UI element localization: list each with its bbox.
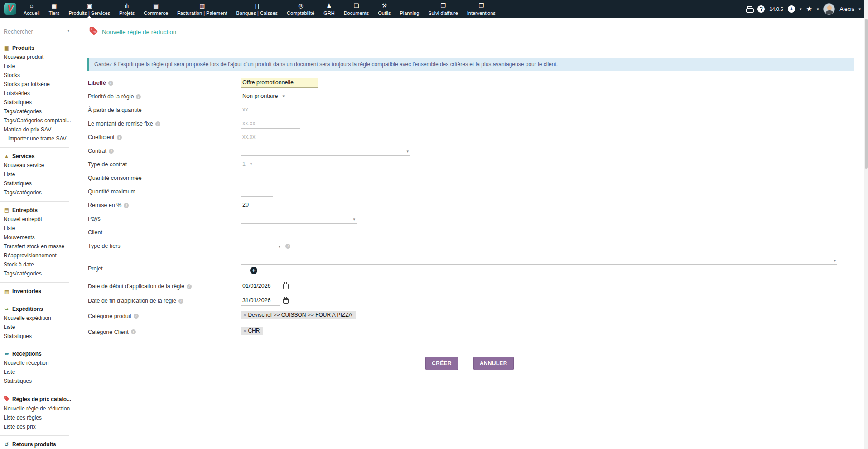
nav-banques-caisses[interactable]: Banques | Caisses: [232, 0, 283, 18]
sidebar-item-stocks[interactable]: Stocks: [0, 71, 74, 80]
quick-add-icon[interactable]: +: [788, 5, 795, 13]
chip-input-stub[interactable]: [359, 313, 379, 319]
sidebar-item-liste-produits[interactable]: Liste: [0, 62, 74, 71]
sidebar-section-inventories[interactable]: Inventories: [0, 287, 74, 296]
sidebar-item-statistiques-receptions[interactable]: Statistiques: [0, 377, 74, 386]
coefficient-input[interactable]: [241, 133, 300, 142]
cancel-button[interactable]: ANNULER: [473, 357, 514, 370]
create-button[interactable]: CRÉER: [425, 357, 458, 370]
info-icon[interactable]: [124, 203, 129, 208]
sidebar-item-reapprovisionnement[interactable]: Réapprovisionnement: [0, 251, 74, 260]
date-debut-input[interactable]: [241, 282, 280, 291]
sidebar-section-produits[interactable]: Produits: [0, 43, 74, 53]
remove-chip-icon[interactable]: ×: [243, 312, 246, 318]
categorie-produit-field[interactable]: × Devischef >> CUISSON >> FOUR A PIZZA: [241, 311, 653, 321]
sidebar-item-nouvelle-reception[interactable]: Nouvelle réception: [0, 358, 74, 367]
pays-select[interactable]: ▾: [241, 214, 357, 224]
chevron-down-icon[interactable]: ▾: [817, 7, 819, 11]
user-name[interactable]: Alexis: [839, 6, 854, 12]
sidebar-item-statistiques-expeditions[interactable]: Statistiques: [0, 332, 74, 341]
categorie-client-field[interactable]: × CHR: [241, 327, 309, 337]
nav-produits-services[interactable]: Produits | Services: [64, 0, 115, 18]
qte-consommee-input[interactable]: [241, 174, 273, 183]
sidebar-section-entrepots[interactable]: Entrepôts: [0, 206, 74, 215]
calendar-icon[interactable]: [283, 284, 289, 289]
sidebar-item-statistiques-services[interactable]: Statistiques: [0, 179, 74, 188]
sidebar-section-expeditions[interactable]: Expéditions: [0, 304, 74, 314]
search-input[interactable]: [4, 28, 69, 37]
sidebar-item-lots-series[interactable]: Lots/séries: [0, 89, 74, 98]
projet-select[interactable]: ▾: [241, 257, 837, 265]
quantite-input[interactable]: [241, 106, 300, 115]
sidebar-item-importer-trame-sav[interactable]: Importer une trame SAV: [0, 134, 74, 143]
sidebar-item-stocks-lot-serie[interactable]: Stocks par lot/série: [0, 80, 74, 89]
sidebar-item-nouvelle-regle-reduction[interactable]: Nouvelle règle de réduction: [0, 404, 74, 413]
qte-maximum-input[interactable]: [241, 187, 273, 197]
bookmark-star-icon[interactable]: ★: [806, 5, 812, 13]
scrollbar-thumb[interactable]: [865, 19, 868, 169]
nav-comptabilite[interactable]: Comptabilité: [282, 0, 319, 18]
info-icon[interactable]: [134, 314, 139, 319]
date-fin-input[interactable]: [241, 296, 280, 306]
info-icon[interactable]: [117, 135, 122, 140]
sidebar-item-transfert-stock-masse[interactable]: Transfert stock en masse: [0, 242, 74, 251]
app-logo[interactable]: V: [4, 3, 16, 15]
sidebar-section-services[interactable]: Services: [0, 152, 74, 161]
sidebar-item-tags-categories-produits[interactable]: Tags/catégories: [0, 107, 74, 116]
add-projet-button[interactable]: +: [250, 267, 257, 274]
client-input[interactable]: [241, 228, 318, 237]
info-icon[interactable]: [178, 299, 183, 304]
calendar-icon[interactable]: [283, 298, 289, 304]
sidebar-item-liste-des-regles[interactable]: Liste des règles: [0, 413, 74, 422]
nav-interventions[interactable]: Interventions: [463, 0, 500, 18]
sidebar-item-liste-services[interactable]: Liste: [0, 170, 74, 179]
nav-grh[interactable]: GRH: [319, 0, 339, 18]
info-icon[interactable]: [187, 284, 192, 289]
nav-tiers[interactable]: Tiers: [44, 0, 64, 18]
nav-facturation-paiement[interactable]: Facturation | Paiement: [173, 0, 231, 18]
sidebar-item-matrice-prix-sav[interactable]: Matrice de prix SAV: [0, 125, 74, 134]
sidebar-item-nouveau-produit[interactable]: Nouveau produit: [0, 53, 74, 62]
priorite-select[interactable]: Non prioritaire ▾: [241, 92, 286, 101]
sidebar-item-nouvelle-expedition[interactable]: Nouvelle expédition: [0, 314, 74, 323]
info-icon[interactable]: [108, 81, 113, 86]
nav-planning[interactable]: Planning: [395, 0, 424, 18]
remise-pct-input[interactable]: [241, 201, 300, 210]
nav-projets[interactable]: Projets: [115, 0, 139, 18]
nav-suivi-affaire[interactable]: Suivi d'affaire: [424, 0, 463, 18]
sidebar-item-nouveau-service[interactable]: Nouveau service: [0, 161, 74, 170]
chevron-down-icon[interactable]: ▾: [858, 7, 861, 11]
chevron-down-icon[interactable]: ▾: [800, 7, 802, 11]
sidebar-section-regles-prix-catalogue[interactable]: Règles de prix catalo...: [0, 394, 74, 404]
chip-input-stub[interactable]: [266, 329, 286, 335]
vertical-scrollbar[interactable]: [864, 0, 868, 449]
remise-fixe-input[interactable]: [241, 119, 300, 129]
info-icon[interactable]: [136, 94, 141, 99]
sidebar-item-mouvements[interactable]: Mouvements: [0, 233, 74, 242]
sidebar-item-stock-a-date[interactable]: Stock à date: [0, 260, 74, 269]
sidebar-item-tags-categories-entrepots[interactable]: Tags/catégories: [0, 269, 74, 278]
sidebar-item-nouvel-entrepot[interactable]: Nouvel entrepôt: [0, 215, 74, 224]
sidebar-item-tags-categories-services[interactable]: Tags/catégories: [0, 188, 74, 197]
nav-commerce[interactable]: Commerce: [139, 0, 173, 18]
nav-accueil[interactable]: Accueil: [19, 0, 44, 18]
print-icon[interactable]: [746, 6, 753, 12]
help-icon[interactable]: ?: [757, 5, 765, 13]
remove-chip-icon[interactable]: ×: [243, 328, 246, 333]
sidebar-item-liste-expeditions[interactable]: Liste: [0, 323, 74, 332]
sidebar-item-statistiques-produits[interactable]: Statistiques: [0, 98, 74, 107]
contrat-select[interactable]: ▾: [241, 146, 410, 156]
info-icon[interactable]: [131, 329, 136, 334]
info-icon[interactable]: [155, 121, 160, 126]
user-avatar[interactable]: [823, 3, 835, 15]
chevron-down-icon[interactable]: ▾: [67, 29, 69, 33]
sidebar-item-liste-des-prix[interactable]: Liste des prix: [0, 422, 74, 431]
sidebar-item-liste-entrepots[interactable]: Liste: [0, 224, 74, 233]
sidebar-item-tags-categories-comptables[interactable]: Tags/Catégories comptabi...: [0, 116, 74, 125]
sidebar-section-receptions[interactable]: Réceptions: [0, 349, 74, 358]
nav-outils[interactable]: Outils: [373, 0, 395, 18]
sidebar-section-retours-produits[interactable]: Retours produits: [0, 440, 74, 449]
type-contrat-select[interactable]: 1 ▾: [241, 159, 270, 169]
info-icon[interactable]: [109, 149, 114, 154]
type-tiers-select[interactable]: ▾: [241, 241, 282, 251]
